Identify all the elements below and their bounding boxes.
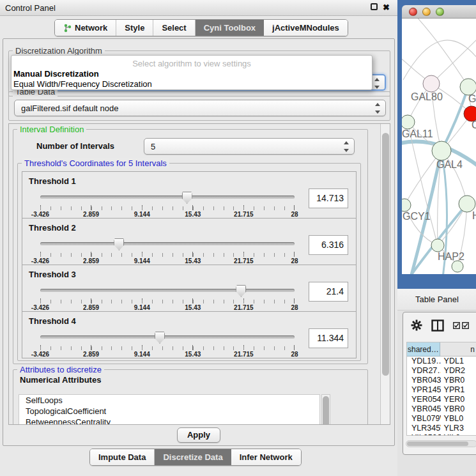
number-of-intervals-select[interactable]: 5 bbox=[144, 138, 355, 155]
network-tab-icon bbox=[63, 24, 72, 33]
table-horizontal-scrollbar[interactable] bbox=[406, 440, 476, 447]
tab-discretize-data[interactable]: Discretize Data bbox=[155, 449, 231, 465]
slider-minor-ticks bbox=[40, 346, 295, 350]
scrollbar-thumb[interactable] bbox=[382, 133, 389, 376]
slider-thumb[interactable] bbox=[236, 285, 246, 297]
slider-track[interactable] bbox=[40, 289, 295, 292]
slider-thumb[interactable] bbox=[114, 238, 124, 250]
node-gal4[interactable] bbox=[432, 141, 451, 160]
slider-scale-labels: -3.426 2.859 9.144 15.43 21.715 28 bbox=[40, 351, 295, 358]
threshold-3-label: Threshold 3 bbox=[29, 270, 76, 279]
list-item[interactable]: BetweennessCentrality bbox=[19, 417, 319, 425]
network-graph[interactable]: GAL80 GA C GAL11 GAL4 H GCY1 HAP2 bbox=[402, 19, 476, 274]
network-view-window[interactable]: GAL80 GA C GAL11 GAL4 H GCY1 HAP2 bbox=[397, 0, 476, 289]
node-gal11[interactable] bbox=[402, 115, 415, 129]
tab-discretize-data-label: Discretize Data bbox=[163, 452, 222, 462]
tab-impute-data-label: Impute Data bbox=[98, 452, 146, 462]
slider-track[interactable] bbox=[40, 335, 295, 339]
table-panel: shared… n YDL19…YDL1 YDR27…YDR2 YBR043CY… bbox=[403, 312, 476, 455]
slider-thumb[interactable] bbox=[155, 332, 165, 344]
popup-option-manual-discretization[interactable]: Manual Discretization bbox=[13, 69, 99, 79]
slider-minor-ticks bbox=[40, 206, 295, 210]
minimize-traffic-light-icon[interactable] bbox=[422, 8, 431, 16]
list-item[interactable]: SelfLoops bbox=[19, 395, 319, 406]
popup-placeholder-option[interactable]: Select algorithm to view settings bbox=[12, 59, 372, 68]
threshold-3-value-field[interactable]: 21.4 bbox=[309, 282, 348, 302]
tab-style[interactable]: Style bbox=[116, 20, 153, 36]
network-window-titlebar[interactable] bbox=[402, 5, 476, 19]
thresholds-group: Threshold's Coordinates for 5 Intervals … bbox=[17, 163, 361, 361]
scrollbar-thumb[interactable] bbox=[407, 441, 468, 446]
table-row[interactable]: YBR045CYBR0 bbox=[407, 404, 476, 414]
network-canvas[interactable]: GAL80 GA C GAL11 GAL4 H GCY1 HAP2 bbox=[402, 19, 476, 274]
node-gcy1[interactable] bbox=[402, 199, 411, 211]
table-panel-title: Table Panel bbox=[415, 295, 459, 304]
tab-select[interactable]: Select bbox=[153, 20, 195, 36]
slider-minor-ticks bbox=[40, 253, 295, 257]
threshold-3-slider[interactable]: -3.426 2.859 9.144 15.43 21.715 28 bbox=[40, 284, 295, 311]
close-icon[interactable]: ✖ bbox=[383, 3, 390, 12]
checkbox-icon[interactable] bbox=[462, 322, 469, 329]
threshold-4-slider[interactable]: -3.426 2.859 9.144 15.43 21.715 28 bbox=[40, 331, 295, 358]
tab-infer-network[interactable]: Infer Network bbox=[231, 449, 301, 465]
table-data-select[interactable]: galFiltered.sif default node bbox=[14, 100, 386, 116]
node-partial-bottom[interactable] bbox=[452, 261, 463, 272]
node-label: GAL11 bbox=[402, 128, 433, 139]
apply-button[interactable]: Apply bbox=[177, 427, 220, 443]
column-header-name[interactable]: n bbox=[440, 342, 476, 357]
discretization-algorithm-title: Discretization Algorithm bbox=[13, 46, 105, 56]
combo-arrows-icon bbox=[374, 78, 380, 89]
settings-scroll-area: Interval Definition Number of Intervals … bbox=[8, 123, 390, 425]
popup-option-equal-width[interactable]: Equal Width/Frequency Discretization bbox=[13, 79, 152, 89]
tab-jactivemnodules[interactable]: jActiveMNodules bbox=[264, 20, 348, 36]
bottom-tab-bar: Impute Data Discretize Data Infer Networ… bbox=[89, 449, 302, 466]
algorithm-dropdown-popup: Select algorithm to view settings Manual… bbox=[11, 55, 372, 90]
attributes-group: Attributes to discretize Numerical Attri… bbox=[13, 369, 368, 425]
threshold-3-panel: Threshold 3 -3.426 2.859 9.144 bbox=[22, 265, 357, 312]
table-row[interactable]: YPR145WYPR1 bbox=[407, 385, 476, 395]
float-window-icon[interactable] bbox=[371, 3, 378, 10]
table-row[interactable]: YBR043CYBR0 bbox=[407, 376, 476, 385]
slider-track[interactable] bbox=[40, 242, 295, 245]
table-row[interactable]: YER054CYER0 bbox=[407, 395, 476, 404]
zoom-traffic-light-icon[interactable] bbox=[436, 8, 444, 16]
table-row[interactable]: YLR345WYLR3 bbox=[407, 424, 476, 433]
numerical-attributes-label: Numerical Attributes bbox=[20, 375, 101, 385]
table-row[interactable]: YDL19…YDL1 bbox=[407, 357, 476, 366]
number-of-intervals-value: 5 bbox=[151, 142, 155, 151]
table-data-value: galFiltered.sif default node bbox=[21, 104, 118, 113]
tab-infer-network-label: Infer Network bbox=[240, 452, 293, 462]
slider-track[interactable] bbox=[40, 196, 295, 199]
tab-impute-data[interactable]: Impute Data bbox=[90, 449, 155, 465]
tab-network[interactable]: Network bbox=[55, 20, 116, 36]
top-tab-bar: Network Style Select Cyni Toolbox jActiv… bbox=[54, 19, 348, 36]
right-region: GAL80 GA C GAL11 GAL4 H GCY1 HAP2 Table … bbox=[397, 0, 476, 476]
slider-thumb[interactable] bbox=[182, 192, 192, 204]
numerical-attributes-list[interactable]: SelfLoops TopologicalCoefficient Between… bbox=[19, 394, 320, 425]
gear-icon[interactable] bbox=[411, 319, 422, 331]
node-gal80[interactable] bbox=[423, 75, 440, 92]
node-label: H bbox=[472, 210, 476, 221]
threshold-2-slider[interactable]: -3.426 2.859 9.144 15.43 21.715 28 bbox=[40, 238, 295, 265]
table-row[interactable]: YBL079WYBL0 bbox=[407, 414, 476, 424]
table-row[interactable]: YIL052CYIL0 bbox=[407, 433, 476, 436]
node-label: GCY1 bbox=[403, 211, 431, 222]
tab-cyni-toolbox-label: Cyni Toolbox bbox=[204, 23, 256, 33]
columns-icon[interactable] bbox=[431, 319, 444, 332]
interval-definition-title: Interval Definition bbox=[17, 125, 86, 134]
attributes-list-scrollbar[interactable] bbox=[321, 394, 330, 425]
threshold-1-slider[interactable]: -3.426 2.859 9.144 15.43 21.715 28 bbox=[40, 191, 295, 218]
threshold-2-panel: Threshold 2 -3.426 2.859 9.144 bbox=[22, 218, 357, 265]
table-row[interactable]: YDR27…YDR2 bbox=[407, 366, 476, 376]
table-data-group: Table Data galFiltered.sif default node bbox=[8, 91, 390, 121]
threshold-2-value-field[interactable]: 6.316 bbox=[309, 235, 348, 255]
column-header-shared-name[interactable]: shared… bbox=[407, 342, 440, 357]
threshold-1-value-field[interactable]: 14.713 bbox=[309, 188, 348, 208]
checkbox-icon[interactable] bbox=[453, 322, 460, 329]
node-hap2[interactable] bbox=[431, 239, 444, 252]
settings-vertical-scrollbar[interactable] bbox=[380, 124, 390, 424]
threshold-4-value-field[interactable]: 11.344 bbox=[309, 328, 348, 348]
close-traffic-light-icon[interactable] bbox=[409, 8, 417, 16]
tab-cyni-toolbox[interactable]: Cyni Toolbox bbox=[196, 20, 264, 36]
list-item[interactable]: TopologicalCoefficient bbox=[19, 406, 319, 417]
